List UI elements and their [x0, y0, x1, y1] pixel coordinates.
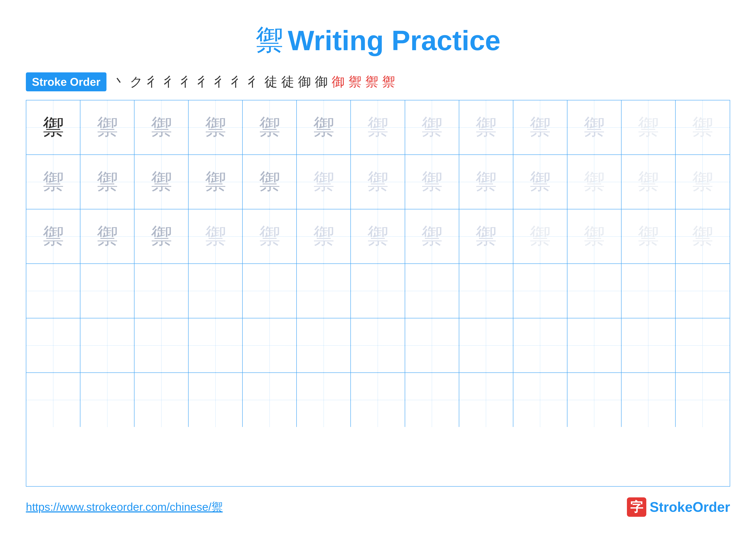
cell-3-6[interactable]: 禦: [297, 209, 351, 264]
cell-4-8[interactable]: [405, 264, 459, 318]
cell-4-3[interactable]: [134, 264, 189, 318]
cell-1-3[interactable]: 禦: [134, 100, 189, 154]
cell-3-10[interactable]: 禦: [513, 209, 567, 264]
cell-2-1[interactable]: 禦: [26, 155, 80, 209]
cell-1-4[interactable]: 禦: [189, 100, 243, 154]
cell-6-1[interactable]: [26, 373, 80, 427]
practice-row-6: [26, 373, 730, 427]
cell-4-6[interactable]: [297, 264, 351, 318]
char-2-6: 禦: [313, 167, 335, 196]
cell-2-5[interactable]: 禦: [243, 155, 297, 209]
cell-6-12[interactable]: [622, 373, 676, 427]
cell-2-13[interactable]: 禦: [676, 155, 730, 209]
stroke-step-10: 徒: [264, 73, 277, 91]
cell-1-11[interactable]: 禦: [567, 100, 622, 154]
char-3-9: 禦: [475, 222, 497, 251]
cell-3-1[interactable]: 禦: [26, 209, 80, 264]
stroke-order-row: Stroke Order 丶 ク 彳 彳 彳 彳 彳 彳 彳 徒 徒 御 御 御…: [26, 72, 730, 91]
cell-6-6[interactable]: [297, 373, 351, 427]
cell-2-7[interactable]: 禦: [351, 155, 405, 209]
cell-4-10[interactable]: [513, 264, 567, 318]
cell-3-13[interactable]: 禦: [676, 209, 730, 264]
cell-5-1[interactable]: [26, 318, 80, 372]
cell-6-4[interactable]: [189, 373, 243, 427]
cell-3-3[interactable]: 禦: [134, 209, 189, 264]
cell-5-12[interactable]: [622, 318, 676, 372]
cell-1-6[interactable]: 禦: [297, 100, 351, 154]
practice-row-2: 禦 禦 禦 禦 禦 禦 禦 禦 禦 禦 禦 禦 禦: [26, 155, 730, 209]
cell-5-4[interactable]: [189, 318, 243, 372]
stroke-order-badge: Stroke Order: [26, 72, 106, 91]
cell-1-12[interactable]: 禦: [622, 100, 676, 154]
cell-3-7[interactable]: 禦: [351, 209, 405, 264]
cell-3-8[interactable]: 禦: [405, 209, 459, 264]
cell-2-3[interactable]: 禦: [134, 155, 189, 209]
cell-5-6[interactable]: [297, 318, 351, 372]
cell-4-4[interactable]: [189, 264, 243, 318]
stroke-step-5: 彳: [180, 73, 193, 91]
cell-4-5[interactable]: [243, 264, 297, 318]
cell-6-8[interactable]: [405, 373, 459, 427]
cell-6-9[interactable]: [459, 373, 513, 427]
cell-4-2[interactable]: [80, 264, 134, 318]
cell-5-5[interactable]: [243, 318, 297, 372]
cell-2-2[interactable]: 禦: [80, 155, 134, 209]
cell-1-7[interactable]: 禦: [351, 100, 405, 154]
cell-2-4[interactable]: 禦: [189, 155, 243, 209]
cell-2-8[interactable]: 禦: [405, 155, 459, 209]
cell-2-12[interactable]: 禦: [622, 155, 676, 209]
cell-4-1[interactable]: [26, 264, 80, 318]
cell-6-13[interactable]: [676, 373, 730, 427]
cell-6-7[interactable]: [351, 373, 405, 427]
cell-4-13[interactable]: [676, 264, 730, 318]
stroke-step-3: 彳: [147, 73, 160, 91]
cell-1-8[interactable]: 禦: [405, 100, 459, 154]
cell-4-11[interactable]: [567, 264, 622, 318]
cell-6-2[interactable]: [80, 373, 134, 427]
stroke-step-12: 御: [298, 73, 311, 91]
cell-5-11[interactable]: [567, 318, 622, 372]
cell-3-12[interactable]: 禦: [622, 209, 676, 264]
char-2-3: 禦: [150, 167, 172, 196]
cell-5-10[interactable]: [513, 318, 567, 372]
cell-5-9[interactable]: [459, 318, 513, 372]
cell-2-11[interactable]: 禦: [567, 155, 622, 209]
cell-2-6[interactable]: 禦: [297, 155, 351, 209]
char-3-4: 禦: [205, 222, 226, 251]
cell-5-13[interactable]: [676, 318, 730, 372]
cell-3-11[interactable]: 禦: [567, 209, 622, 264]
cell-5-7[interactable]: [351, 318, 405, 372]
cell-5-2[interactable]: [80, 318, 134, 372]
cell-4-12[interactable]: [622, 264, 676, 318]
cell-3-9[interactable]: 禦: [459, 209, 513, 264]
stroke-steps: 丶 ク 彳 彳 彳 彳 彳 彳 彳 徒 徒 御 御 御 禦 禦 禦: [113, 73, 395, 91]
cell-1-9[interactable]: 禦: [459, 100, 513, 154]
cell-2-9[interactable]: 禦: [459, 155, 513, 209]
cell-3-2[interactable]: 禦: [80, 209, 134, 264]
cell-2-10[interactable]: 禦: [513, 155, 567, 209]
cell-6-11[interactable]: [567, 373, 622, 427]
cell-4-7[interactable]: [351, 264, 405, 318]
practice-row-5: [26, 318, 730, 373]
char-3-7: 禦: [367, 222, 389, 251]
cell-1-1[interactable]: 禦: [26, 100, 80, 154]
cell-4-9[interactable]: [459, 264, 513, 318]
footer-url[interactable]: https://www.strokeorder.com/chinese/禦: [26, 499, 223, 515]
stroke-step-4: 彳: [164, 73, 176, 91]
char-1-1: 禦: [42, 113, 64, 142]
cell-6-3[interactable]: [134, 373, 189, 427]
cell-1-10[interactable]: 禦: [513, 100, 567, 154]
char-2-12: 禦: [637, 167, 659, 196]
cell-5-3[interactable]: [134, 318, 189, 372]
cell-3-4[interactable]: 禦: [189, 209, 243, 264]
cell-1-13[interactable]: 禦: [676, 100, 730, 154]
cell-1-5[interactable]: 禦: [243, 100, 297, 154]
cell-5-8[interactable]: [405, 318, 459, 372]
stroke-step-7: 彳: [214, 73, 227, 91]
cell-6-10[interactable]: [513, 373, 567, 427]
cell-1-2[interactable]: 禦: [80, 100, 134, 154]
cell-3-5[interactable]: 禦: [243, 209, 297, 264]
char-2-7: 禦: [367, 167, 389, 196]
char-2-5: 禦: [259, 167, 281, 196]
cell-6-5[interactable]: [243, 373, 297, 427]
